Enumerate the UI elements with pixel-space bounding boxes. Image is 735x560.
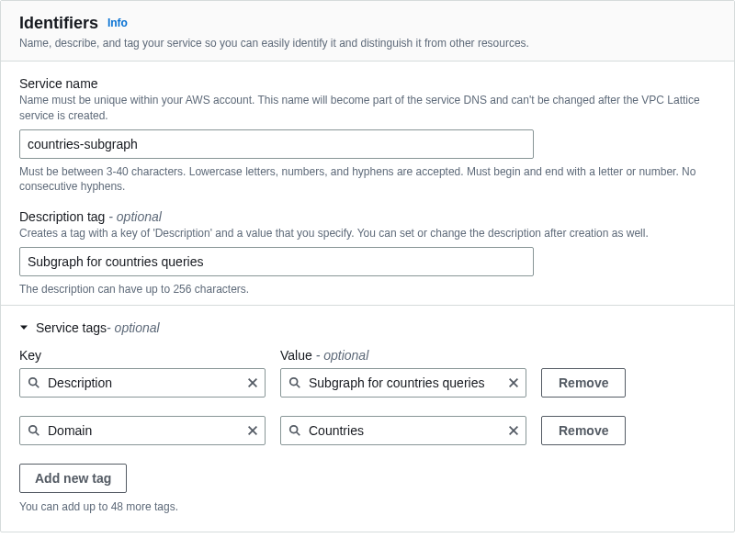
tags-value-header-text: Value (280, 348, 312, 363)
svg-line-13 (297, 432, 300, 436)
tag-value-input[interactable] (281, 369, 526, 397)
search-icon (288, 376, 301, 389)
clear-icon[interactable] (246, 376, 259, 389)
add-new-tag-button[interactable]: Add new tag (19, 464, 127, 493)
description-tag-label: Description tag - optional (19, 209, 716, 224)
tag-row: Remove (19, 416, 716, 445)
service-name-description: Name must be unique within your AWS acco… (19, 93, 716, 124)
svg-line-5 (297, 385, 300, 388)
tag-key-input[interactable] (20, 369, 265, 397)
clear-icon[interactable] (507, 424, 520, 437)
tags-key-header: Key (19, 348, 266, 363)
tags-value-optional: - optional (312, 348, 368, 363)
description-tag-input[interactable] (19, 247, 534, 276)
svg-point-4 (290, 378, 298, 386)
svg-line-9 (36, 432, 40, 436)
clear-icon[interactable] (246, 424, 259, 437)
description-tag-group: Description tag - optional Creates a tag… (19, 209, 716, 297)
search-icon (28, 376, 40, 389)
svg-line-1 (36, 385, 40, 388)
svg-point-12 (290, 426, 298, 433)
tag-value-input-wrap (280, 416, 526, 445)
panel-title: Identifiers (19, 14, 98, 32)
service-name-constraint: Must be between 3-40 characters. Lowerca… (19, 164, 716, 196)
tag-value-input-wrap (280, 368, 526, 398)
panel-body: Service name Name must be unique within … (1, 62, 734, 532)
description-tag-description: Creates a tag with a key of 'Description… (19, 226, 716, 241)
service-tags-optional: - optional (107, 320, 160, 335)
service-tags-toggle[interactable]: Service tags - optional (19, 320, 716, 335)
tags-footer: Add new tag You can add up to 48 more ta… (19, 464, 716, 513)
tags-remaining-note: You can add up to 48 more tags. (19, 500, 716, 513)
section-divider (1, 305, 734, 306)
svg-point-0 (29, 378, 37, 386)
search-icon (28, 424, 40, 437)
tags-grid: Key Value - optional (19, 348, 716, 445)
tag-key-input-wrap (19, 416, 266, 445)
tag-key-input[interactable] (20, 417, 265, 444)
description-tag-optional: - optional (105, 209, 161, 224)
tag-row: Remove (19, 368, 716, 398)
service-name-input[interactable] (19, 129, 534, 159)
service-name-group: Service name Name must be unique within … (19, 76, 716, 195)
search-icon (288, 424, 301, 437)
service-tags-heading: Service tags (36, 320, 107, 335)
caret-down-icon (19, 323, 28, 332)
tag-key-input-wrap (19, 368, 266, 398)
service-name-label: Service name (19, 76, 716, 91)
info-link[interactable]: Info (107, 17, 128, 29)
clear-icon[interactable] (507, 376, 520, 389)
tags-header-row: Key Value - optional (19, 348, 716, 363)
remove-button[interactable]: Remove (541, 368, 626, 398)
tags-value-header: Value - optional (280, 348, 526, 363)
panel-subtitle: Name, describe, and tag your service so … (19, 37, 716, 50)
svg-point-8 (29, 426, 37, 433)
panel-header: Identifiers Info Name, describe, and tag… (1, 1, 734, 62)
tag-value-input[interactable] (281, 417, 526, 444)
identifiers-panel: Identifiers Info Name, describe, and tag… (0, 0, 735, 532)
description-tag-constraint: The description can have up to 256 chara… (19, 282, 716, 297)
remove-button[interactable]: Remove (541, 416, 626, 445)
description-tag-label-text: Description tag (19, 209, 105, 224)
